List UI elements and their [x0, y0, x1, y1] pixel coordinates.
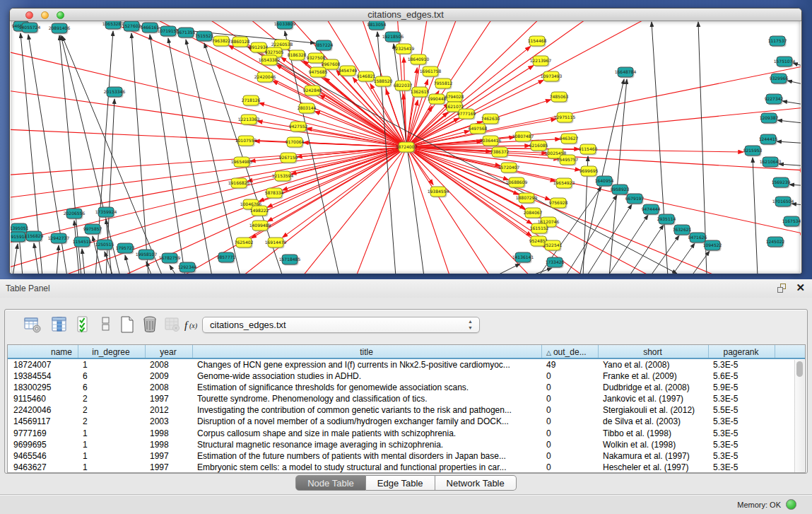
column-header-short[interactable]: short — [599, 345, 709, 358]
graph-node[interactable]: 9475685 — [309, 67, 328, 78]
graph-node[interactable]: 9242848 — [303, 86, 322, 97]
graph-node[interactable]: 16782759 — [159, 253, 181, 264]
graph-node[interactable]: 2718126 — [242, 95, 261, 107]
table-row[interactable]: 946362711997Embryonic stem cells: a mode… — [8, 462, 805, 473]
select-rows-icon[interactable] — [76, 315, 94, 334]
graph-node[interactable]: 9975857 — [83, 224, 102, 235]
graph-node[interactable]: 8860128 — [231, 37, 250, 48]
graph-node[interactable]: 1588520 — [374, 76, 393, 88]
graph-node[interactable]: 20891406 — [49, 23, 71, 35]
graph-node[interactable]: 2522541 — [543, 240, 563, 252]
table-row[interactable]: 1938455462009Genome-wide association stu… — [8, 370, 805, 382]
graph-node[interactable]: 1117537 — [768, 36, 787, 47]
graph-node[interactable]: 9699695 — [579, 166, 599, 177]
function-builder-icon[interactable]: f(x) — [183, 315, 201, 334]
graph-node[interactable]: 2803144 — [298, 103, 317, 115]
graph-node[interactable]: 1569239 — [772, 177, 791, 189]
graph-node[interactable]: 19654985 — [231, 157, 253, 168]
graph-node[interactable]: 1498222 — [250, 206, 269, 217]
graph-node[interactable]: 10973493 — [541, 71, 563, 83]
column-header-year[interactable]: year — [146, 345, 193, 358]
graph-node[interactable]: 7857224 — [314, 40, 334, 52]
graph-node[interactable]: 12942737 — [48, 233, 70, 245]
graph-node[interactable]: 7625402 — [235, 238, 254, 249]
graph-node[interactable]: 5878334 — [265, 188, 284, 199]
table-settings-icon[interactable] — [23, 315, 42, 334]
table-row[interactable]: 977716911998Corpus callosum shape and si… — [8, 428, 805, 439]
graph-node[interactable]: 19384554 — [428, 187, 449, 198]
graph-node[interactable]: 2084067 — [524, 208, 543, 219]
graph-node[interactable]: 1640954 — [595, 176, 614, 187]
graph-node[interactable]: 10653287 — [102, 21, 124, 30]
graph-node[interactable]: 20153346 — [104, 87, 126, 98]
network-canvas[interactable]: 1872400779638228860128891293422260538932… — [11, 21, 801, 274]
graph-node[interactable]: 8958923 — [611, 185, 630, 196]
graph-node[interactable]: 10807487 — [512, 132, 534, 143]
graph-node[interactable]: 19218506 — [382, 32, 404, 43]
graph-node[interactable]: 9267150 — [279, 153, 298, 164]
graph-node[interactable]: 20364416 — [480, 136, 502, 147]
graph-node[interactable]: 9756928 — [549, 198, 568, 209]
column-header-pagerank[interactable]: pagerank — [709, 345, 775, 358]
tab-edge-table[interactable]: Edge Table — [366, 475, 435, 491]
graph-node[interactable]: 2935114 — [657, 214, 676, 226]
graph-node[interactable]: 9777169 — [457, 109, 476, 120]
graph-node[interactable]: 7515521 — [195, 31, 214, 42]
graph-node[interactable]: 16961758 — [420, 66, 442, 78]
graph-node[interactable]: 1527602 — [122, 21, 141, 33]
graph-node[interactable]: 6794028 — [445, 92, 464, 103]
graph-node[interactable]: 22420046 — [254, 72, 276, 83]
graph-node[interactable]: 1795723 — [116, 243, 135, 255]
column-header-in_degree[interactable]: in_degree — [78, 345, 146, 358]
graph-node[interactable]: 20206556 — [64, 209, 86, 220]
graph-node[interactable]: 15720407 — [498, 163, 520, 174]
graph-node[interactable]: 17359924 — [95, 207, 117, 218]
graph-node[interactable]: 9329966 — [770, 74, 789, 85]
graph-node[interactable]: 7386372 — [490, 147, 510, 158]
close-panel-icon[interactable]: ✕ — [796, 281, 805, 294]
graph-node[interactable]: 1615152 — [530, 223, 549, 235]
column-header-title[interactable]: title — [193, 345, 542, 358]
graph-node[interactable]: 1209387 — [760, 113, 779, 124]
graph-node[interactable]: 7963822 — [212, 36, 231, 47]
graph-node[interactable]: 9115460 — [579, 144, 598, 156]
graph-node[interactable]: 19958107 — [136, 250, 158, 261]
table-scrollbar[interactable] — [794, 360, 804, 473]
graph-node[interactable]: 9474444 — [642, 204, 661, 216]
table-selector-dropdown[interactable]: citations_edges.txt ▲▼ — [202, 317, 480, 333]
tab-network-table[interactable]: Network Table — [435, 475, 517, 491]
table-row[interactable]: 1872400712008Changes of HCN gene express… — [8, 359, 805, 370]
table-row[interactable]: 2242004622012Investigating the contribut… — [8, 404, 805, 416]
graph-node[interactable]: 1167534 — [782, 216, 801, 228]
graph-node[interactable]: 15495757 — [557, 155, 579, 166]
memory-indicator[interactable] — [786, 499, 796, 510]
graph-node[interactable]: 6466161 — [141, 23, 160, 34]
graph-node[interactable]: 7955812 — [434, 78, 453, 90]
graph-node[interactable]: 1362615 — [411, 87, 430, 98]
graph-node[interactable]: 9227342 — [765, 94, 784, 105]
column-header-out_de[interactable]: △out_de... — [542, 345, 599, 358]
graph-node[interactable]: 8813054 — [367, 21, 387, 31]
graph-node[interactable]: 8454749 — [339, 66, 358, 77]
graph-node[interactable]: 10688609 — [506, 177, 528, 189]
graph-node[interactable]: 6822037 — [394, 81, 413, 92]
graph-node[interactable]: 12213967 — [530, 56, 552, 67]
graph-node[interactable]: 1292344 — [178, 262, 197, 274]
graph-node[interactable]: 19166825 — [228, 178, 250, 189]
graph-node[interactable]: 16210643 — [760, 157, 782, 168]
table-row[interactable]: 1830029562008Estimation of significance … — [8, 382, 805, 393]
graph-node[interactable]: 1250515 — [95, 240, 114, 251]
graph-node[interactable]: 8186328 — [288, 50, 307, 62]
graph-node[interactable]: 16033809 — [274, 21, 296, 30]
graph-node[interactable]: 19654923 — [553, 178, 575, 189]
graph-node[interactable]: 1156829 — [25, 231, 44, 243]
graph-node[interactable]: 9170064 — [286, 137, 305, 148]
graph-node[interactable]: 14099489 — [249, 221, 271, 232]
column-header-name[interactable]: name — [8, 345, 78, 358]
graph-node[interactable]: 1094522 — [703, 240, 722, 252]
table-row[interactable]: 1456911722003Disruption of a novel membe… — [8, 416, 805, 427]
graph-node[interactable]: 6679197 — [625, 194, 645, 205]
delete-table-icon[interactable] — [141, 315, 159, 334]
network-window-titlebar[interactable]: citations_edges.txt — [10, 8, 801, 21]
graph-node[interactable]: 16648784 — [615, 67, 637, 78]
